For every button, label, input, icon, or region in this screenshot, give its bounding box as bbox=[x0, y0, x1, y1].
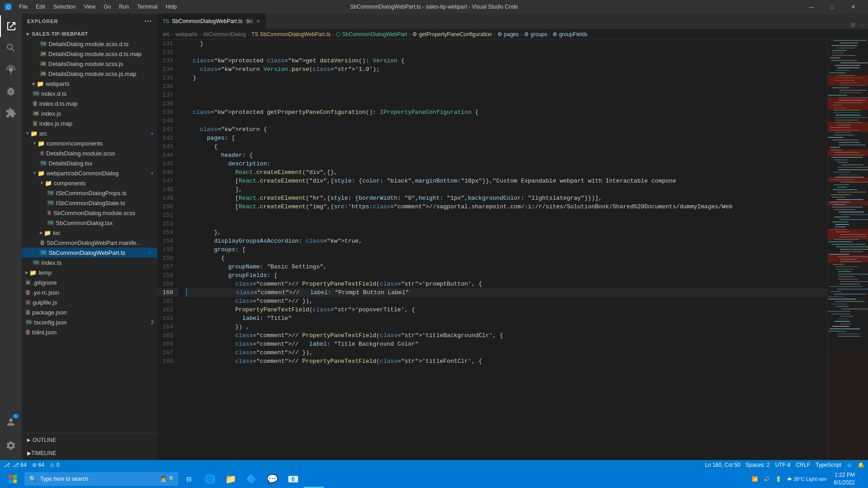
tree-item[interactable]: TSISbCommonDialogState.ts bbox=[22, 198, 157, 208]
minimize-button[interactable]: — bbox=[801, 0, 822, 14]
breadcrumb-sbcommondialog[interactable]: sbCommonDialog bbox=[203, 31, 246, 38]
taskbar-chrome-icon[interactable]: 🌐 bbox=[200, 470, 220, 488]
tree-item[interactable]: {}.yo-rc.json bbox=[22, 287, 157, 297]
code-line[interactable]: header: { bbox=[186, 151, 827, 160]
tab-active[interactable]: TS SbCommonDialogWebPart.ts 9+ × bbox=[157, 14, 266, 29]
code-line[interactable]: } bbox=[186, 39, 827, 48]
code-line[interactable] bbox=[186, 211, 827, 220]
code-line[interactable]: { bbox=[186, 254, 827, 263]
sidebar-more-icon[interactable]: ··· bbox=[145, 17, 152, 25]
tree-item[interactable]: {}SbCommonDialogWebPart.manife... bbox=[22, 238, 157, 248]
code-line[interactable]: { bbox=[186, 142, 827, 151]
split-editor-icon[interactable]: ⊟ bbox=[850, 21, 856, 29]
tree-item[interactable]: ▼📁components bbox=[22, 178, 157, 188]
statusbar-errors[interactable]: ⊘ 64 bbox=[32, 462, 44, 468]
tree-item[interactable]: TSSbCommonDialogWebPart.ts9+ bbox=[22, 248, 157, 258]
start-button[interactable] bbox=[2, 470, 24, 488]
tree-item[interactable]: ◉.gitignore bbox=[22, 277, 157, 287]
code-line[interactable]: class="comment">// PropertyPaneTextField… bbox=[186, 357, 827, 366]
tray-network-icon[interactable]: 📶 bbox=[750, 475, 760, 483]
code-line[interactable]: groups: [ bbox=[186, 245, 827, 254]
taskbar-edge-icon[interactable]: 🔷 bbox=[241, 470, 261, 488]
activity-explorer-icon[interactable] bbox=[0, 15, 22, 37]
menu-help[interactable]: Help bbox=[162, 3, 181, 11]
tree-item[interactable]: ▼📁webparts\sbCommonDialog● bbox=[22, 168, 157, 178]
code-line[interactable] bbox=[186, 48, 827, 56]
statusbar-line-ending[interactable]: CRLF bbox=[796, 462, 810, 468]
breadcrumb-groupfields[interactable]: ⚙ groupFields bbox=[552, 31, 587, 38]
taskbar-vscode-icon[interactable] bbox=[304, 470, 324, 488]
breadcrumb-groups[interactable]: ⚙ groups bbox=[524, 31, 547, 38]
code-line[interactable]: class="kw">protected class="kw">get data… bbox=[186, 56, 827, 65]
menu-run[interactable]: Run bbox=[115, 3, 132, 11]
code-line[interactable]: class="kw">return { bbox=[186, 125, 827, 134]
taskbar-outlook-icon[interactable]: 📧 bbox=[283, 470, 303, 488]
tree-item[interactable]: TSDetailsDialog.module.scss.d.ts bbox=[22, 39, 157, 49]
tree-item[interactable]: SDetailsDialog.module.scss bbox=[22, 148, 157, 158]
code-line[interactable]: ], bbox=[186, 185, 827, 194]
activity-scm-icon[interactable] bbox=[0, 59, 22, 80]
code-line[interactable]: description: bbox=[186, 160, 827, 168]
tree-item[interactable]: JSDetailsDialog.module.scss.d.ts.map bbox=[22, 49, 157, 59]
tree-item[interactable]: {}index.d.ts.map bbox=[22, 99, 157, 108]
code-line[interactable]: label: "Title" bbox=[186, 314, 827, 323]
tree-item[interactable]: SSbCommonDialog.module.scss bbox=[22, 208, 157, 218]
breadcrumb-pages[interactable]: ⚙ pages bbox=[497, 31, 519, 38]
tab-close-button[interactable]: × bbox=[256, 18, 260, 25]
code-editor[interactable]: 1311321331341351361371381391401411421431… bbox=[157, 39, 868, 460]
tree-item[interactable]: JSDetailsDialog.module.scss.js.map bbox=[22, 69, 157, 79]
code-content[interactable]: } class="kw">protected class="kw">get da… bbox=[182, 39, 827, 460]
code-line[interactable] bbox=[186, 99, 827, 108]
tray-sound-icon[interactable]: 🔊 bbox=[762, 475, 772, 483]
code-line[interactable] bbox=[186, 220, 827, 228]
statusbar-git-branch[interactable]: ⎇ ⎇ 64 bbox=[4, 462, 27, 468]
tray-weather[interactable]: 🌧 30°C Light rain bbox=[785, 475, 828, 483]
statusbar-warnings[interactable]: ⚠ 0 bbox=[50, 462, 60, 468]
more-actions-icon[interactable]: ··· bbox=[858, 21, 864, 29]
menu-selection[interactable]: Selection bbox=[50, 3, 79, 11]
taskbar-explorer-icon[interactable]: 📁 bbox=[221, 470, 241, 488]
code-line[interactable]: class="kw">return Version.parse(class="s… bbox=[186, 65, 827, 74]
tree-item[interactable]: ▼📁src● bbox=[22, 128, 157, 138]
tree-item[interactable]: ▼📁common\components bbox=[22, 138, 157, 148]
activity-account-icon[interactable]: 1 bbox=[0, 411, 22, 433]
tree-item[interactable]: {}index.js.map bbox=[22, 118, 157, 128]
activity-search-icon[interactable] bbox=[0, 37, 22, 59]
code-line[interactable]: React.createElement("div",{}, bbox=[186, 168, 827, 177]
code-line[interactable]: class="comment">// label: "Title Backgro… bbox=[186, 340, 827, 348]
statusbar-position[interactable]: Ln 160, Col 50 bbox=[705, 462, 740, 468]
code-line[interactable]: class="kw">protected getPropertyPaneConf… bbox=[186, 108, 827, 117]
code-line[interactable]: class="comment">// }), bbox=[186, 348, 827, 357]
code-line[interactable]: [React.createElement("div",{style: {colo… bbox=[186, 177, 827, 185]
statusbar-feedback-icon[interactable]: ☺ bbox=[847, 462, 852, 468]
statusbar-spaces[interactable]: Spaces: 2 bbox=[745, 462, 769, 468]
activity-extensions-icon[interactable] bbox=[0, 102, 22, 124]
task-view-button[interactable]: ⊟ bbox=[179, 470, 199, 488]
timeline-section[interactable]: ▶ TIMELINE bbox=[22, 446, 157, 460]
code-line[interactable]: class="comment">// PropertyPaneTextField… bbox=[186, 280, 827, 288]
show-desktop-button[interactable] bbox=[860, 478, 864, 480]
statusbar-bell-icon[interactable]: 🔔 bbox=[858, 462, 864, 468]
tree-item[interactable]: ▶📁webparts bbox=[22, 79, 157, 89]
code-line[interactable]: groupName: "Basic Settings", bbox=[186, 263, 827, 271]
menu-file[interactable]: File bbox=[15, 3, 31, 11]
code-line[interactable]: [React.createElement("img",{src:'https:c… bbox=[186, 202, 827, 211]
outline-section[interactable]: ▶ OUTLINE bbox=[22, 433, 157, 446]
statusbar-encoding[interactable]: UTF-8 bbox=[775, 462, 791, 468]
minimap[interactable] bbox=[827, 39, 868, 460]
tree-item[interactable]: TStsconfig.json2 bbox=[22, 317, 157, 327]
code-line[interactable] bbox=[186, 82, 827, 91]
breadcrumb-src[interactable]: src bbox=[163, 31, 170, 38]
menu-go[interactable]: Go bbox=[100, 3, 114, 11]
tree-item[interactable]: TSSbCommonDialog.tsx bbox=[22, 218, 157, 228]
code-line[interactable]: PropertyPaneTextField(class="str">'popov… bbox=[186, 305, 827, 314]
tree-item[interactable]: TSindex.ts bbox=[22, 258, 157, 267]
code-line[interactable] bbox=[186, 117, 827, 125]
breadcrumb-webparts[interactable]: webparts bbox=[175, 31, 198, 38]
code-line[interactable]: class="comment">// PropertyPaneTextField… bbox=[186, 331, 827, 340]
tree-item[interactable]: ◎gulpfile.js bbox=[22, 297, 157, 307]
code-line[interactable]: }) , bbox=[186, 323, 827, 331]
menu-terminal[interactable]: Terminal bbox=[133, 3, 161, 11]
menu-edit[interactable]: Edit bbox=[32, 3, 49, 11]
statusbar-language[interactable]: TypeScript bbox=[816, 462, 841, 468]
